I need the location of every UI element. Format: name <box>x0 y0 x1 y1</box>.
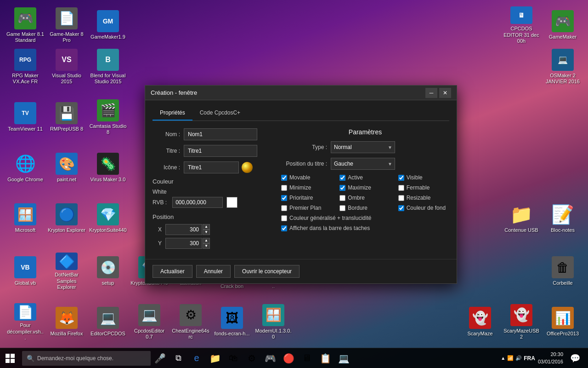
checkbox-ombre: Ombre <box>339 195 390 201</box>
app4-button[interactable]: 🖥 <box>298 348 316 368</box>
movable-checkbox[interactable] <box>281 175 287 181</box>
ouvrir-button[interactable]: Ouvrir le concepteur <box>234 265 300 278</box>
checkbox-couleur-gen: Couleur généralisé + translucidité <box>281 215 449 221</box>
task-view-button[interactable]: ⧉ <box>169 348 187 368</box>
active-checkbox[interactable] <box>339 175 345 181</box>
maximize-checkbox[interactable] <box>339 185 345 191</box>
dialog-titlebar: Création - fenêtre ─ ✕ <box>145 86 457 100</box>
creation-dialog: Création - fenêtre ─ ✕ Propriétés Code C… <box>145 85 457 284</box>
rvb-label: RVB : <box>153 199 167 206</box>
couleur-title: Couleur <box>153 178 272 185</box>
x-row: X ▲ ▼ <box>153 224 272 235</box>
app3-icon: 🔴 <box>283 353 294 364</box>
prioritaire-label: Prioritaire <box>289 195 313 201</box>
dialog-title: Création - fenêtre <box>151 89 425 96</box>
x-down-btn[interactable]: ▼ <box>203 230 210 235</box>
action-center-button[interactable]: 💬 <box>566 348 584 368</box>
x-up-btn[interactable]: ▲ <box>203 224 210 230</box>
store-icon: 🛍 <box>229 353 238 363</box>
resizable-label: Resizable <box>407 195 431 201</box>
fermable-checkbox[interactable] <box>398 185 404 191</box>
edge-button[interactable]: e <box>187 348 206 368</box>
app6-button[interactable]: 💻 <box>334 348 353 368</box>
dialog-overlay: Création - fenêtre ─ ✕ Propriétés Code C… <box>0 0 588 368</box>
checkbox-active: Active <box>339 174 390 181</box>
titre-input[interactable] <box>184 145 257 157</box>
close-button[interactable]: ✕ <box>439 88 451 98</box>
desktop: 🎮 Game Maker 8.1 Standard 📄 Game-Maker 8… <box>0 0 588 368</box>
type-select-wrapper: Normal Dialog Tool ▼ <box>331 141 395 153</box>
taskbar-time[interactable]: 20:30 03/01/2016 <box>538 351 563 365</box>
y-down-btn[interactable]: ▼ <box>203 243 210 249</box>
checkbox-couleur-fond: Couleur de fond <box>398 205 449 211</box>
couleur-fond-checkbox[interactable] <box>398 205 404 211</box>
visible-checkbox[interactable] <box>398 175 404 181</box>
nom-row: Nom : <box>153 128 272 140</box>
afficher-checkbox[interactable] <box>281 225 287 231</box>
rvb-input[interactable] <box>172 197 223 208</box>
actualiser-button[interactable]: Actualiser <box>153 265 192 278</box>
ombre-checkbox[interactable] <box>339 195 345 201</box>
expand-icon[interactable]: ▲ <box>501 356 505 361</box>
taskbar: 🔍 Demandez-moi quelque chose. 🎤 ⧉ e 📁 🛍 … <box>0 348 588 368</box>
couleur-gen-checkbox[interactable] <box>281 215 287 221</box>
type-select[interactable]: Normal Dialog Tool <box>331 141 395 153</box>
dialog-tabs: Propriétés Code CpcdosC+ <box>153 106 449 121</box>
dialog-content: Propriétés Code CpcdosC+ Nom : Titre : <box>145 100 457 259</box>
dialog-controls: ─ ✕ <box>425 88 451 98</box>
fermable-label: Fermable <box>407 184 430 191</box>
app5-button[interactable]: 📋 <box>316 348 334 368</box>
prioritaire-checkbox[interactable] <box>281 195 287 201</box>
app1-button[interactable]: ⚙ <box>243 348 261 368</box>
checkbox-maximize: Maximize <box>339 184 390 191</box>
explorer-button[interactable]: 📁 <box>206 348 224 368</box>
premierplan-checkbox[interactable] <box>281 205 287 211</box>
taskbar-right: ▲ 📶 🔊 FRA 20:30 03/01/2016 💬 <box>501 348 588 368</box>
position-title: Position <box>153 213 272 220</box>
y-spinner: ▲ ▼ <box>203 238 210 249</box>
sys-icons: ▲ 📶 🔊 FRA <box>501 355 535 362</box>
taskbar-search[interactable]: 🔍 Demandez-moi quelque chose. <box>22 351 151 366</box>
app5-icon: 📋 <box>320 353 331 364</box>
checkbox-prioritaire: Prioritaire <box>281 195 332 201</box>
tab-proprietes[interactable]: Propriétés <box>153 106 192 121</box>
icone-input[interactable] <box>184 161 239 173</box>
ombre-label: Ombre <box>348 195 365 201</box>
color-picker-ball[interactable] <box>242 162 253 173</box>
pos-titre-select[interactable]: Gauche Centre Droite <box>331 158 395 170</box>
couleur-gen-label: Couleur généralisé + translucidité <box>289 215 371 221</box>
resizable-checkbox[interactable] <box>398 195 404 201</box>
checkbox-minimize: Minimize <box>281 184 332 191</box>
voice-icon: 🎤 <box>154 353 166 364</box>
network-icon[interactable]: 📶 <box>507 355 514 361</box>
minimize-button[interactable]: ─ <box>425 88 437 98</box>
checkbox-premierplan: Premier Plan <box>281 205 332 211</box>
color-swatch[interactable] <box>226 197 237 208</box>
search-placeholder: Demandez-moi quelque chose. <box>37 355 113 362</box>
voice-button[interactable]: 🎤 <box>151 348 169 368</box>
minimize-checkbox[interactable] <box>281 185 287 191</box>
color-section: Couleur White RVB : <box>153 178 272 208</box>
app4-icon: 🖥 <box>302 353 311 363</box>
app3-button[interactable]: 🔴 <box>279 348 298 368</box>
store-button[interactable]: 🛍 <box>224 348 243 368</box>
tab-code[interactable]: Code CpcdosC+ <box>192 106 248 121</box>
bordure-checkbox[interactable] <box>339 205 345 211</box>
minimize-label: Minimize <box>289 184 311 191</box>
nom-input[interactable] <box>184 128 257 140</box>
app2-icon: 🎮 <box>265 353 276 364</box>
start-button[interactable] <box>0 348 20 368</box>
app2-button[interactable]: 🎮 <box>261 348 279 368</box>
annuler-button[interactable]: Annuler <box>196 265 231 278</box>
params-title: Paramètres <box>281 128 449 136</box>
x-input[interactable] <box>165 224 202 235</box>
y-input[interactable] <box>165 238 202 249</box>
y-up-btn[interactable]: ▲ <box>203 238 210 243</box>
type-row: Type : Normal Dialog Tool ▼ <box>281 141 449 153</box>
white-label: White <box>153 189 272 195</box>
premierplan-label: Premier Plan <box>289 205 321 211</box>
checkboxes-grid: Movable Active Visible <box>281 174 449 231</box>
pos-titre-row: Position du titre : Gauche Centre Droite… <box>281 158 449 170</box>
edge-icon: e <box>194 353 199 363</box>
volume-icon[interactable]: 🔊 <box>515 355 522 361</box>
